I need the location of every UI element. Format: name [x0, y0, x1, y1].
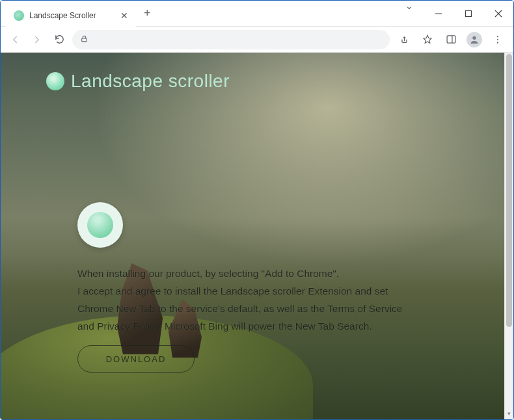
tab-favicon — [14, 10, 24, 21]
window-minimize-button[interactable] — [424, 1, 453, 27]
copy-line: and Privacy Policy. Microsoft Bing will … — [77, 317, 446, 335]
svg-point-9 — [497, 38, 498, 40]
bookmark-star-icon[interactable] — [417, 29, 438, 50]
brand-title: Landscape scroller — [71, 71, 230, 92]
page-content: Landscape scroller When installing our p… — [1, 53, 504, 419]
tab-chevron-icon[interactable]: ⌄ — [398, 1, 421, 27]
address-bar[interactable] — [72, 30, 390, 49]
download-button[interactable]: DOWNLOAD — [77, 345, 195, 373]
svg-point-7 — [472, 36, 476, 39]
install-copy: When installing our product, by selectin… — [77, 265, 446, 335]
scroll-thumb[interactable] — [506, 54, 512, 327]
copy-line: When installing our product, by selectin… — [77, 265, 446, 282]
lock-icon — [80, 34, 88, 45]
browser-tab[interactable]: Landscape Scroller ✕ — [6, 5, 136, 27]
feature-logo-icon — [87, 212, 113, 238]
svg-point-8 — [497, 36, 498, 37]
share-icon[interactable] — [394, 29, 414, 50]
svg-point-10 — [497, 42, 498, 43]
svg-rect-1 — [466, 10, 472, 16]
browser-toolbar — [1, 27, 513, 53]
profile-avatar[interactable] — [464, 29, 485, 50]
window-titlebar: Landscape Scroller ✕ + ⌄ — [1, 1, 513, 27]
copy-line: Chrome New Tab to the service's default,… — [77, 300, 446, 317]
feature-logo — [77, 202, 123, 248]
scroll-down-icon[interactable]: ▾ — [505, 410, 513, 419]
new-tab-button[interactable]: + — [144, 7, 151, 20]
nav-forward-button[interactable] — [28, 31, 46, 49]
svg-rect-4 — [82, 38, 87, 41]
side-panel-icon[interactable] — [440, 29, 461, 50]
kebab-menu-icon[interactable] — [487, 29, 508, 50]
nav-reload-button[interactable] — [50, 31, 68, 49]
brand-logo-icon — [46, 72, 64, 90]
window-close-button[interactable] — [483, 1, 513, 27]
tab-close-icon[interactable]: ✕ — [120, 11, 128, 20]
tab-title: Landscape Scroller — [29, 11, 96, 20]
copy-line: I accept and agree to install the Landsc… — [77, 282, 446, 300]
nav-back-button[interactable] — [6, 31, 24, 49]
svg-rect-5 — [447, 36, 455, 43]
vertical-scrollbar[interactable]: ▾ — [504, 53, 513, 419]
page-viewport: Landscape scroller When installing our p… — [1, 53, 513, 419]
window-maximize-button[interactable] — [453, 1, 483, 27]
download-button-label: DOWNLOAD — [106, 354, 167, 364]
brand-header: Landscape scroller — [46, 71, 230, 92]
